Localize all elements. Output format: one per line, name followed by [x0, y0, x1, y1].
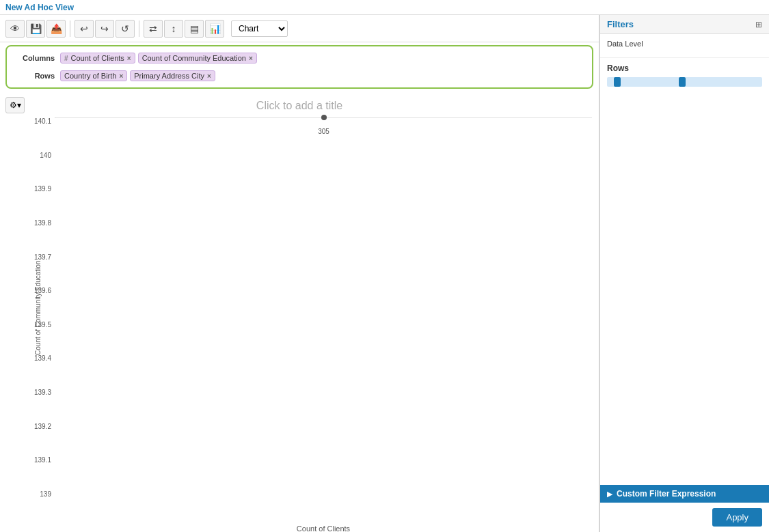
filters-menu-icon[interactable]: ⊞	[755, 20, 762, 29]
y-tick-4: 139.7	[24, 253, 54, 261]
chart-toggle-button[interactable]: 📊	[205, 20, 224, 38]
chip-hash-1: #	[64, 55, 68, 62]
sort-button[interactable]: ↕	[164, 20, 183, 38]
y-tick-6: 139.5	[24, 321, 54, 328]
row-chips: Country of Birth × Primary Address City …	[60, 70, 586, 81]
chip-count-community[interactable]: Count of Community Education ×	[138, 53, 257, 64]
y-ticks: 140.1 140 139.9 139.8 139.7 139.6 139.5 …	[24, 117, 54, 498]
y-tick-11: 139	[24, 490, 54, 498]
rows-section-label: Rows	[607, 64, 762, 73]
fields-area: Columns # Count of Clients × Count of Co…	[5, 45, 593, 89]
data-level-section: Data Level	[600, 34, 769, 58]
save-button[interactable]: 💾	[26, 20, 45, 38]
chip-close-3[interactable]: ×	[119, 72, 123, 80]
chip-label-1: Count of Clients	[71, 54, 124, 62]
apply-button[interactable]: Apply	[712, 508, 762, 527]
y-tick-2: 139.9	[24, 185, 54, 193]
y-tick-7: 139.4	[24, 354, 54, 362]
y-tick-0: 140.1	[24, 117, 54, 125]
chip-primary-address[interactable]: Primary Address City ×	[130, 70, 215, 81]
filters-header: Filters ⊞	[600, 15, 769, 34]
custom-filter-arrow-icon: ▶	[607, 490, 612, 499]
chip-close-2[interactable]: ×	[249, 55, 253, 62]
redo-button[interactable]: ↪	[95, 20, 114, 38]
rows-row: Rows Country of Birth × Primary Address …	[10, 67, 589, 85]
chip-country-birth[interactable]: Country of Birth ×	[60, 70, 127, 81]
app-container: New Ad Hoc View 👁 💾 📤 ↩ ↪ ↺ ⇄ ↕ ▤ 📊 Char…	[0, 0, 769, 532]
chip-label-2: Count of Community Education	[142, 54, 246, 62]
chart-inner: Count of Community Education 140.1 140 1…	[34, 117, 599, 498]
chip-label-4: Primary Address City	[134, 72, 204, 80]
columns-label: Columns	[12, 54, 60, 62]
custom-filter-section[interactable]: ▶ Custom Filter Expression	[600, 485, 769, 503]
export-button[interactable]: 📤	[46, 20, 66, 38]
view-button[interactable]: 👁	[5, 20, 25, 38]
columns-row: Columns # Count of Clients × Count of Co…	[10, 49, 589, 67]
main-layout: 👁 💾 📤 ↩ ↪ ↺ ⇄ ↕ ▤ 📊 Chart Table Crosstab	[0, 15, 769, 532]
undo-button[interactable]: ↩	[75, 20, 94, 38]
column-chips: # Count of Clients × Count of Community …	[60, 53, 586, 64]
y-tick-1: 140	[24, 152, 54, 159]
chip-count-clients[interactable]: # Count of Clients ×	[60, 53, 135, 64]
y-tick-5: 139.6	[24, 287, 54, 294]
layout-button[interactable]: ▤	[185, 20, 204, 38]
y-tick-8: 139.3	[24, 389, 54, 396]
y-tick-10: 139.1	[24, 456, 54, 464]
content-area: 👁 💾 📤 ↩ ↪ ↺ ⇄ ↕ ▤ 📊 Chart Table Crosstab	[0, 15, 599, 532]
x-tick-label: 305	[318, 128, 329, 135]
chart-wrapper: ⚙▾ Click to add a title Count of Communi…	[0, 92, 599, 532]
rows-section: Rows	[600, 58, 769, 277]
separator-2	[139, 20, 139, 37]
rows-bar-track[interactable]	[607, 77, 762, 87]
separator-1	[70, 20, 70, 37]
chart-grid-area: 305	[55, 117, 592, 118]
gear-button[interactable]: ⚙▾	[5, 97, 25, 113]
spacer	[600, 277, 769, 486]
rows-bar-thumb-right[interactable]	[679, 77, 686, 87]
y-tick-9: 139.2	[24, 423, 54, 430]
rows-bar-thumb-left[interactable]	[614, 77, 621, 87]
chip-close-4[interactable]: ×	[207, 72, 211, 80]
apply-section: Apply	[600, 503, 769, 532]
chart-type-select[interactable]: Chart Table Crosstab	[231, 20, 288, 37]
rows-label: Rows	[12, 72, 60, 80]
chart-title[interactable]: Click to add a title	[0, 97, 599, 117]
refresh-button[interactable]: ↺	[116, 20, 135, 38]
chip-label-3: Country of Birth	[64, 72, 116, 80]
data-point	[321, 115, 327, 120]
page-title: New Ad Hoc View	[5, 3, 74, 12]
sync-button[interactable]: ⇄	[144, 20, 163, 38]
data-level-label: Data Level	[607, 40, 762, 48]
filters-title: Filters	[607, 19, 634, 29]
filters-panel: Filters ⊞ Data Level Rows ▶ Custom Filte…	[599, 15, 769, 532]
y-tick-3: 139.8	[24, 219, 54, 227]
title-bar: New Ad Hoc View	[0, 0, 769, 15]
chip-close-1[interactable]: ×	[127, 55, 131, 62]
toolbar: 👁 💾 📤 ↩ ↪ ↺ ⇄ ↕ ▤ 📊 Chart Table Crosstab	[0, 15, 599, 42]
x-axis-label: Count of Clients	[297, 524, 350, 532]
custom-filter-label: Custom Filter Expression	[617, 489, 716, 499]
